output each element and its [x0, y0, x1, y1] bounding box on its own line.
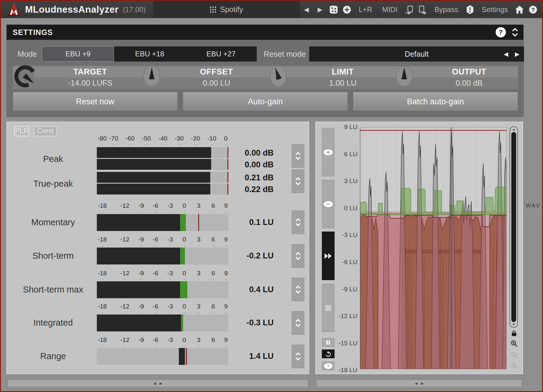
limit-knob-group: LIMIT 1.00 LU	[265, 64, 392, 89]
analyzer-h-scrollbar[interactable]: ◂ ▸	[315, 378, 523, 388]
offset-knob[interactable]	[139, 64, 168, 89]
graph-v-scrollbar[interactable]: ▲ ▼	[510, 126, 518, 328]
pause-button[interactable]	[322, 338, 335, 347]
stepper-chevrons-icon	[295, 352, 301, 361]
scale-tick-label: -3	[167, 303, 173, 310]
scale-tick-label: -12	[120, 303, 129, 310]
settings-help-button[interactable]: ?	[496, 27, 506, 37]
axis-zoom-out-button[interactable]	[510, 351, 519, 360]
momentary-stepper[interactable]	[292, 210, 304, 234]
random-preset-button[interactable]	[327, 1, 340, 18]
lu-axis-label: 0 LU	[335, 204, 357, 212]
reset-mode-select[interactable]: Default ◀ ▶	[309, 46, 524, 62]
scroll-up-icon[interactable]: ▲	[510, 128, 517, 131]
tab-plr[interactable]: PLR	[14, 126, 29, 136]
power-button[interactable]	[322, 349, 335, 358]
next-preset-button[interactable]: ▶	[313, 1, 327, 18]
reset-mode-next-icon[interactable]: ▶	[515, 46, 519, 62]
settings-header: SETTINGS ?	[7, 25, 523, 40]
scale-tick-label: -9	[138, 336, 144, 343]
alert-button[interactable]	[463, 1, 477, 18]
scale-tick-label: -6	[153, 336, 158, 343]
true-peak-stepper[interactable]	[292, 169, 304, 193]
stepper-chevrons-icon	[295, 285, 301, 294]
export-settings-button[interactable]	[416, 1, 429, 18]
meter-panel: PLR Crest -80-70-60-50-40-30-20-100 Peak…	[6, 122, 309, 374]
scale-tick-label: 0	[183, 236, 186, 243]
graph-help-button[interactable]: ?	[322, 362, 335, 370]
lock-button[interactable]	[510, 329, 519, 338]
help-button[interactable]: ?	[526, 1, 540, 18]
graph-zoom-in-button[interactable]	[322, 128, 335, 176]
integrated-meter	[97, 315, 228, 331]
scale-tick-label: -3	[167, 270, 173, 277]
true-peak-value-left: 0.21 dB	[231, 172, 274, 183]
add-preset-button[interactable]	[340, 1, 354, 18]
output-knob-value: 0.00 dB	[420, 77, 518, 89]
integrated-stepper[interactable]	[292, 311, 304, 335]
import-settings-button[interactable]	[402, 1, 416, 18]
scale-tick-label: -18	[98, 236, 107, 243]
top-limit-line	[360, 130, 506, 131]
scroll-left-icon[interactable]: ◂	[153, 380, 156, 387]
target-knob[interactable]	[13, 64, 41, 89]
scale-tick-label: 3	[197, 236, 201, 243]
scale-tick-label: -80	[97, 135, 106, 142]
svg-text:?: ?	[531, 7, 535, 13]
scale-tick-label: 6	[211, 336, 215, 343]
scale-tick-label: 9	[224, 270, 228, 277]
scroll-left-icon[interactable]: ◂	[415, 380, 418, 387]
short-term-stepper[interactable]	[292, 244, 304, 268]
true-peak-meter-left	[97, 172, 228, 183]
auto-gain-button[interactable]: Auto-gain	[183, 92, 348, 111]
bypass-button[interactable]: Bypass	[429, 1, 463, 18]
scale-tick-label: -60	[125, 135, 135, 142]
short-term-meter	[97, 248, 228, 264]
batch-auto-gain-button[interactable]: Batch auto-gain	[353, 92, 518, 111]
mode-ebu27-button[interactable]: EBU +27	[185, 46, 257, 62]
offset-knob-value: 0.00 LU	[168, 77, 265, 89]
offset-knob-group: OFFSET 0.00 LU	[139, 64, 265, 89]
mode-ebu9-button[interactable]: EBU +9	[42, 46, 114, 62]
magnifier-fit-icon	[510, 362, 518, 370]
scroll-right-icon[interactable]: ▸	[421, 380, 424, 387]
reset-mode-label: Reset mode	[264, 49, 306, 59]
meter-h-scrollbar[interactable]: ◂ ▸	[6, 378, 309, 388]
axis-zoom-fit-button[interactable]	[510, 362, 519, 371]
short-term-max-stepper[interactable]	[292, 278, 304, 301]
channel-mode-button[interactable]: L+R	[354, 1, 377, 18]
peak-meter-right	[97, 159, 228, 170]
reset-now-button[interactable]: Reset now	[13, 92, 178, 111]
output-knob[interactable]	[392, 64, 420, 89]
v-scrollbar-thumb[interactable]	[511, 132, 516, 322]
scale-tick-label: 0	[183, 303, 186, 310]
lu-axis-label: 6 LU	[335, 150, 357, 158]
menu-icon	[325, 305, 332, 311]
peak-stepper[interactable]	[292, 144, 304, 168]
range-stepper[interactable]	[292, 345, 304, 368]
waveform-graph[interactable]	[360, 127, 506, 369]
limit-knob[interactable]	[265, 64, 294, 89]
axis-zoom-in-button[interactable]	[510, 339, 519, 348]
tab-crest[interactable]: Crest	[34, 126, 57, 136]
settings-button[interactable]: Settings	[477, 1, 513, 18]
scale-tick-label: -40	[158, 135, 167, 142]
question-oval-icon: ?	[324, 363, 333, 369]
scroll-down-icon[interactable]: ▼	[510, 323, 517, 326]
graph-zoom-out-button[interactable]	[322, 180, 335, 228]
scroll-right-icon[interactable]: ▸	[160, 380, 162, 387]
home-button[interactable]	[513, 1, 526, 18]
graph-menu-button[interactable]	[322, 284, 335, 332]
preset-selector[interactable]: Spotify	[153, 1, 300, 18]
scale-tick-label: -18	[98, 270, 107, 277]
mode-ebu18-button[interactable]: EBU +18	[114, 46, 186, 62]
peak-value-left: 0.00 dB	[231, 147, 274, 158]
analyzer-h-scrollbar-handle[interactable]: ◂ ▸	[316, 380, 522, 387]
meter-h-scrollbar-handle[interactable]: ◂ ▸	[8, 380, 308, 387]
midi-button[interactable]: MIDI	[377, 1, 402, 18]
reset-mode-prev-icon[interactable]: ◀	[504, 46, 508, 62]
prev-preset-button[interactable]: ◀	[300, 1, 313, 18]
follow-playback-button[interactable]	[322, 232, 335, 280]
collapse-panel-button[interactable]	[511, 27, 519, 37]
meter-label-short-term-max: Short-term max	[12, 283, 94, 296]
